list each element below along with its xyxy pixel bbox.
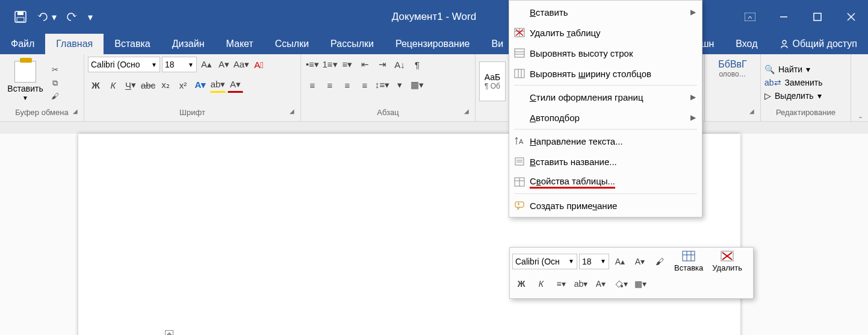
change-case-icon[interactable]: Aa▾ [234, 57, 249, 72]
mini-shrink-font-icon[interactable]: A▾ [631, 252, 649, 271]
bold-icon[interactable]: Ж [88, 77, 104, 93]
context-menu-item[interactable]: Выровнять ширину столбцов [509, 63, 702, 84]
paragraph-group-label: Абзац [377, 108, 398, 117]
tab-design[interactable]: Дизайн [161, 34, 215, 54]
grow-font-icon[interactable]: A▴ [199, 57, 214, 72]
shrink-font-icon[interactable]: A▾ [216, 57, 232, 72]
font-dialog-launcher[interactable]: ◢ [290, 108, 294, 114]
mini-font-color-icon[interactable]: A▾ [592, 275, 610, 293]
context-menu-label: Направление текста... [530, 136, 623, 146]
ribbon-display-options-icon[interactable] [733, 0, 767, 34]
find-button[interactable]: 🔍Найти ▾ [764, 64, 823, 74]
borders-icon[interactable]: ▦▾ [409, 77, 425, 93]
redo-icon[interactable] [61, 0, 83, 34]
mini-shading-icon[interactable]: ▾ [612, 275, 630, 293]
sort-icon[interactable]: A↓ [392, 57, 408, 72]
mini-insert-button[interactable]: Вставка [671, 250, 707, 272]
document-title: Документ1 - Word [392, 11, 476, 23]
select-button[interactable]: ▷Выделить ▾ [764, 91, 823, 101]
bullets-icon[interactable]: •≡▾ [305, 57, 320, 72]
line-spacing-icon[interactable]: ↕≡▾ [374, 77, 390, 93]
font-color-icon[interactable]: A▾ [228, 77, 243, 93]
replace-label: Заменить [785, 78, 823, 87]
numbering-icon[interactable]: 1≡▾ [322, 57, 338, 72]
align-center-icon[interactable]: ≡ [322, 77, 338, 93]
share-button[interactable]: Общий доступ [769, 39, 869, 49]
context-menu-item[interactable]: Автоподбор▶ [509, 107, 702, 128]
align-right-icon[interactable]: ≡ [339, 77, 355, 93]
replace-button[interactable]: ab⇄Заменить [764, 78, 823, 87]
context-menu-item[interactable]: Свойства таблицы... [509, 172, 702, 192]
context-menu-item[interactable]: AНаправление текста... [509, 131, 702, 151]
context-menu-item[interactable]: Стили оформления границ▶ [509, 87, 702, 107]
tab-mailings[interactable]: Рассылки [320, 34, 385, 54]
signin-button[interactable]: Вход [725, 39, 768, 49]
format-painter-icon[interactable]: 🖌 [49, 91, 61, 102]
cut-icon[interactable]: ✂ [49, 64, 61, 75]
style-heading-cut[interactable]: БбВвГ олово… [712, 57, 753, 81]
italic-icon[interactable]: К [105, 77, 121, 93]
mini-grow-font-icon[interactable]: A▴ [611, 252, 629, 271]
mini-italic-icon[interactable]: К [532, 275, 550, 293]
qat-customize-icon[interactable]: ▾ [83, 0, 98, 34]
style-normal-cut[interactable]: АаБ ¶ Об [479, 61, 506, 101]
pointer-icon: ▷ [764, 91, 771, 101]
shading-icon[interactable]: ▾ [392, 77, 408, 93]
submenu-arrow-icon: ▶ [690, 113, 696, 122]
tab-review[interactable]: Рецензирование [385, 34, 481, 54]
mini-borders-icon[interactable]: ▦▾ [631, 275, 649, 293]
paste-button[interactable]: Вставить ▼ [4, 58, 47, 105]
multilevel-list-icon[interactable]: ≡▾ [339, 57, 355, 72]
props-icon [509, 177, 530, 187]
context-menu-item[interactable]: Вставить название... [509, 151, 702, 172]
context-menu-item[interactable]: +Создать примечание [509, 195, 702, 216]
mini-highlight-icon[interactable]: ab▾ [572, 275, 590, 293]
decrease-indent-icon[interactable]: ⇤ [357, 57, 373, 72]
font-name-combo[interactable]: Calibri (Осно▼ [88, 57, 160, 72]
subscript-icon[interactable]: x₂ [158, 77, 173, 93]
tab-layout[interactable]: Макет [215, 34, 264, 54]
increase-indent-icon[interactable]: ⇥ [374, 57, 390, 72]
maximize-button[interactable] [801, 0, 834, 34]
paragraph-dialog-launcher[interactable]: ◢ [464, 108, 469, 114]
save-icon[interactable] [10, 0, 31, 34]
context-menu-item[interactable]: Вставить▶ [509, 2, 702, 22]
text-effects-icon[interactable]: A▾ [193, 77, 208, 93]
mini-delete-button[interactable]: Удалить [708, 250, 746, 272]
align-left-icon[interactable]: ≡ [305, 77, 320, 93]
superscript-icon[interactable]: x² [175, 77, 191, 93]
minimize-button[interactable] [767, 0, 801, 34]
clipboard-dialog-launcher[interactable]: ◢ [73, 108, 78, 114]
word-app-icon[interactable] [0, 0, 10, 34]
tab-references[interactable]: Ссылки [264, 34, 320, 54]
strikethrough-icon[interactable]: abc [140, 77, 156, 93]
mini-format-painter-icon[interactable]: 🖌 [651, 252, 669, 271]
tab-home[interactable]: Главная [45, 34, 104, 54]
svg-rect-17 [515, 69, 524, 78]
mini-size-combo[interactable]: 18▼ [579, 254, 609, 269]
justify-icon[interactable]: ≡ [357, 77, 373, 93]
clear-formatting-icon[interactable]: A⃠ [251, 57, 267, 72]
submenu-arrow-icon: ▶ [690, 93, 696, 101]
mini-font-combo[interactable]: Calibri (Осн▼ [512, 254, 577, 269]
show-hide-marks-icon[interactable]: ¶ [409, 57, 425, 72]
mini-align-icon[interactable]: ≡▾ [552, 275, 570, 293]
font-size-combo[interactable]: 18▼ [162, 57, 197, 72]
tab-file[interactable]: Файл [0, 34, 45, 54]
editing-group-label: Редактирование [776, 108, 835, 117]
underline-icon[interactable]: Ч▾ [123, 77, 138, 93]
close-button[interactable] [834, 0, 868, 34]
table-move-handle[interactable]: ✥ [165, 330, 173, 335]
svg-rect-5 [814, 13, 821, 20]
copy-icon[interactable]: ⧉ [49, 78, 61, 89]
tab-insert[interactable]: Вставка [104, 34, 161, 54]
mini-bold-icon[interactable]: Ж [512, 275, 530, 293]
mini-delete-label: Удалить [712, 263, 742, 272]
styles-dialog-launcher[interactable]: ◢ [749, 108, 754, 114]
text-highlight-icon[interactable]: ab▾ [210, 77, 226, 93]
mini-toolbar: Calibri (Осн▼ 18▼ A▴ A▾ 🖌 Вставка Удалит… [509, 247, 754, 299]
undo-icon[interactable]: ▾ [31, 0, 61, 34]
context-menu-item[interactable]: Удалить таблицу [509, 22, 702, 43]
svg-rect-2 [17, 17, 24, 22]
context-menu-item[interactable]: Выровнять высоту строк [509, 43, 702, 63]
